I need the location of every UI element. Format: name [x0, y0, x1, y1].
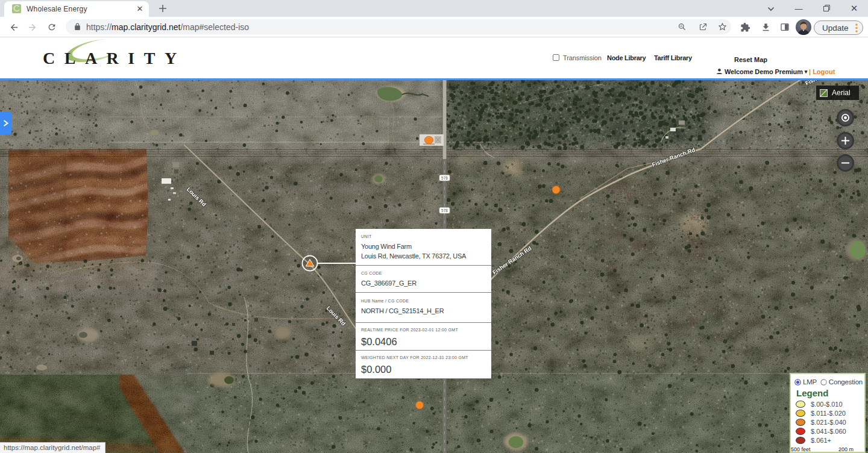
svg-text:Louis Rd: Louis Rd [186, 186, 208, 208]
svg-text:578: 578 [441, 176, 448, 180]
svg-text:CLARITY: CLARITY [43, 49, 186, 67]
svg-text:Fisher Ranch Rd: Fisher Ranch Rd [651, 146, 696, 168]
svg-text:Louis Rd: Louis Rd [326, 305, 347, 327]
svg-text:578: 578 [441, 208, 448, 213]
